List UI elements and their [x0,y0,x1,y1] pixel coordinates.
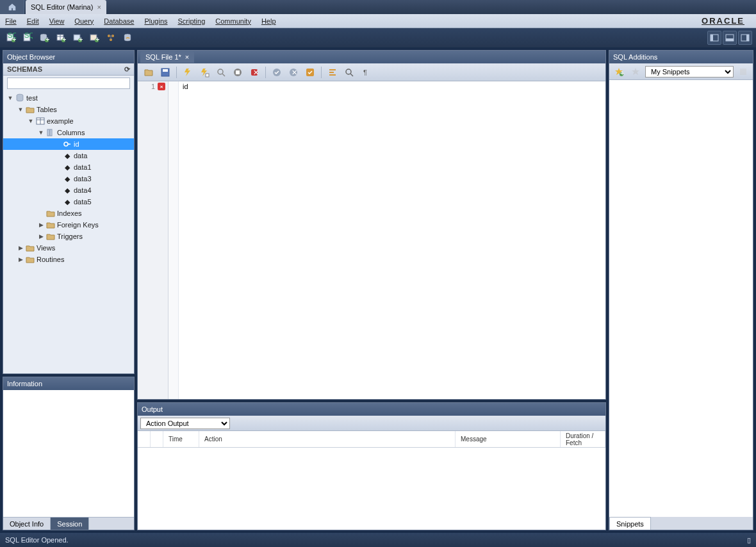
col-status [138,431,151,447]
close-icon[interactable]: × [97,3,101,11]
toggle-whitespace-button[interactable]: ¶ [359,65,373,79]
tree-tables-label: Tables [37,106,57,113]
tab-object-info[interactable]: Object Info [3,518,51,530]
add-snippet-button[interactable]: + [612,65,626,79]
output-type-select[interactable]: Action Output [140,418,230,429]
new-sql-tab-button[interactable]: SQL+ [4,31,18,45]
object-browser-title: Object Browser [7,53,55,61]
menu-query[interactable]: Query [74,17,94,25]
menubar: File Edit View Query Database Plugins Sc… [0,14,756,28]
editor-body[interactable]: 1× id [138,81,605,399]
model-button[interactable] [104,31,118,45]
tree-columns[interactable]: Columns [3,127,134,138]
information-header: Information [3,377,134,390]
layout-left-button[interactable] [707,31,721,45]
stop-on-error-button[interactable]: ✕ [247,65,261,79]
tree-routines-label: Routines [37,256,64,263]
beautify-button[interactable] [325,65,340,79]
folder-icon [46,209,55,218]
menu-edit[interactable]: Edit [27,17,39,25]
menu-help[interactable]: Help [261,17,276,25]
svg-point-43 [218,69,223,74]
tree-indexes[interactable]: Indexes [3,208,134,219]
tab-session[interactable]: Session [51,518,89,530]
menu-plugins[interactable]: Plugins [144,17,167,25]
svg-text:✕: ✕ [292,69,297,76]
open-file-button[interactable] [142,65,156,79]
explain-button[interactable] [214,65,228,79]
tree-views[interactable]: Views [3,242,134,254]
layout-bottom-button[interactable] [723,31,737,45]
information-body [3,390,134,517]
tree-column-data[interactable]: ◆data [3,150,134,161]
stop-button[interactable] [231,65,245,79]
object-browser-panel: Object Browser SCHEMAS ⟳ test Tables exa… [3,50,135,374]
tree-fkeys[interactable]: Foreign Keys [3,219,134,231]
schema-search-input[interactable] [7,78,130,89]
tree-column-label: id [74,140,79,148]
menu-scripting[interactable]: Scripting [178,17,206,25]
tree-table-label: example [47,117,74,125]
add-routine-button[interactable]: + [87,31,101,45]
home-tab[interactable] [0,0,24,14]
schemas-label: SCHEMAS [7,65,42,73]
svg-point-38 [64,142,68,146]
columns-icon [46,128,55,137]
refresh-icon[interactable]: ⟳ [124,65,130,74]
col-action: Action [199,431,456,447]
commit-button[interactable] [270,65,284,79]
title-tab[interactable]: SQL Editor (Marina) × [26,0,106,14]
tree-routines[interactable]: Routines [3,254,134,265]
tree-column-label: data3 [74,175,92,183]
tree-column-data1[interactable]: ◆data1 [3,161,134,173]
main-toolbar: SQL+ SQL + + + + [0,28,756,47]
line-number: 1 [151,83,155,90]
reconnect-button[interactable] [120,31,135,45]
save-file-button[interactable] [158,65,172,79]
folder-icon [26,105,35,114]
close-icon[interactable]: × [185,53,189,61]
rollback-button[interactable]: ✕ [286,65,300,79]
output-grid: Time Action Message Duration / Fetch [138,431,605,530]
additions-body [609,80,753,517]
find-button[interactable] [342,65,356,79]
code-area[interactable]: id [179,81,605,399]
tree-table-example[interactable]: example [3,115,134,127]
add-schema-button[interactable]: + [37,31,51,45]
menu-community[interactable]: Community [215,17,251,25]
layout-right-button[interactable] [738,31,752,45]
tab-snippets[interactable]: Snippets [609,517,651,530]
execute-button[interactable] [181,65,195,79]
output-toolbar: Action Output [138,416,605,431]
snippets-select[interactable]: My Snippets [645,66,734,78]
sql-additions-header: SQL Additions [609,51,753,63]
tree-triggers[interactable]: Triggers [3,231,134,242]
delete-snippet-button[interactable] [629,65,643,79]
output-header: Output [138,403,605,416]
oracle-logo: ORACLE [702,16,744,26]
insert-snippet-button[interactable] [736,65,750,79]
execute-current-button[interactable] [197,65,211,79]
tree-column-data4[interactable]: ◆data4 [3,184,134,196]
tree-db[interactable]: test [3,92,134,104]
svg-line-44 [222,74,225,76]
svg-text:+: + [620,69,624,77]
tree-column-id[interactable]: id [3,138,134,150]
editor-tab-sqlfile1[interactable]: SQL File 1* × [140,51,194,63]
menu-database[interactable]: Database [104,17,134,25]
menu-view[interactable]: View [49,17,65,25]
autocommit-button[interactable] [303,65,317,79]
title-tab-label: SQL Editor (Marina) [31,3,93,11]
diamond-icon: ◆ [63,151,72,160]
tree-column-data3[interactable]: ◆data3 [3,173,134,184]
add-table-button[interactable]: + [54,31,68,45]
menu-file[interactable]: File [5,17,17,25]
main-area: Object Browser SCHEMAS ⟳ test Tables exa… [0,47,756,533]
tree-tables[interactable]: Tables [3,104,134,115]
status-text: SQL Editor Opened. [5,536,69,544]
code-margin [168,81,179,399]
open-sql-button[interactable]: SQL [21,31,35,45]
svg-rect-41 [163,69,168,72]
add-view-button[interactable]: + [70,31,85,45]
tree-column-data5[interactable]: ◆data5 [3,196,134,208]
